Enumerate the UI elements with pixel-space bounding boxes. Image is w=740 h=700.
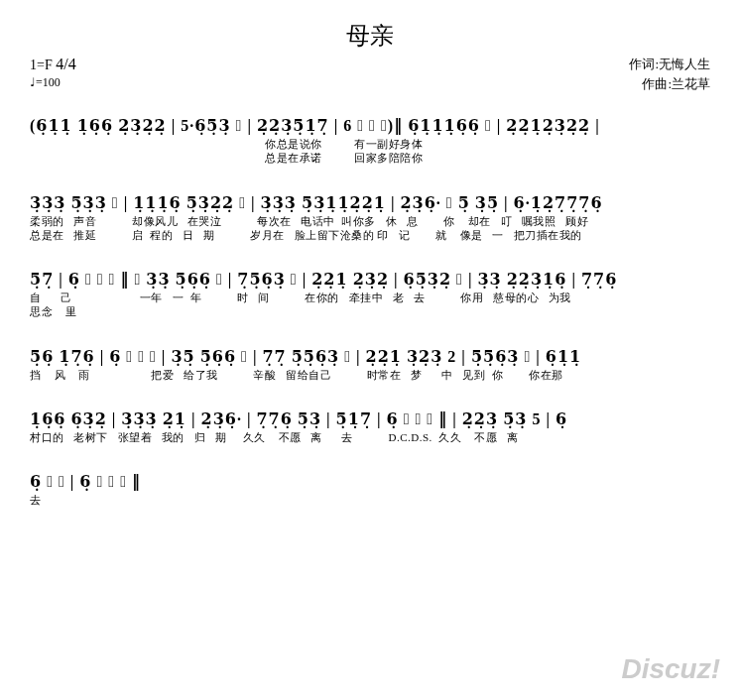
notation-row: 1̣6̣6̣ 6̣3̣2̣ | 3̣3̣3̣ 2̣1̣ | 2̣3̣6̣· | …: [30, 409, 710, 428]
song-title: 母亲: [30, 20, 710, 52]
lyrics-row-2: 总是在 推延 启 程的 日 期 岁月在 脸上留下沧桑的 印 记 就 像是 一 把…: [30, 228, 710, 242]
score-line: 5̣7̣ | 6̣ － － － ‖ 𝄋 3̣3̣ 5̣6̣6̣ － | 7̣5̣…: [30, 270, 710, 319]
lyrics-row: 你总是说你 有一副好身体: [30, 137, 710, 151]
lyrics-row: 去: [30, 493, 710, 507]
score-line: 5̣6̣ 1̣7̣6̣ | 6̣ － － － | 3̣5̣ 5̣6̣6̣ － |…: [30, 347, 710, 382]
notation-row: 3̣3̣3̣ 5̣3̣3̣ － | 1̣1̣1̣6̣ 5̣3̣2̣2̣ － | …: [30, 193, 710, 212]
score-line: 3̣3̣3̣ 5̣3̣3̣ － | 1̣1̣1̣6̣ 5̣3̣2̣2̣ － | …: [30, 193, 710, 243]
tempo: ♩=100: [30, 75, 76, 91]
watermark: Discuz!: [621, 653, 720, 685]
lyrics-row: 挡 风 雨 把爱 给了我 辛酸 留给自己 时常在 梦 中 见到 你 你在那: [30, 368, 710, 382]
lyrics-row-2: 思念 里: [30, 304, 710, 318]
score-line: 6̣ － － | 6̣ － － － ‖ 去: [30, 472, 710, 507]
lyricist: 作词:无悔人生: [629, 55, 710, 74]
lyrics-row: 村口的 老树下 张望着 我的 归 期 久久 不愿 离 去 D.C.D.S. 久久…: [30, 430, 710, 444]
score-line: 1̣6̣6̣ 6̣3̣2̣ | 3̣3̣3̣ 2̣1̣ | 2̣3̣6̣· | …: [30, 409, 710, 444]
key-signature: 1=F 4/4: [30, 55, 76, 75]
lyrics-row: 自 己 一年 一 年 时 间 在你的 牵挂中 老 去 你用 慈母的心 为我: [30, 291, 710, 304]
notation-row: 6̣ － － | 6̣ － － － ‖: [30, 472, 710, 491]
score-line: (6̣1̣1̣ 1̣6̣6̣ 2̣3̣2̣2̣ | 5·6̣5̣3̣ － | 2…: [30, 116, 710, 166]
notation-row: 5̣6̣ 1̣7̣6̣ | 6̣ － － － | 3̣5̣ 5̣6̣6̣ － |…: [30, 347, 710, 366]
lyrics-row-2: 总是在承诺 回家多陪陪你: [30, 151, 710, 165]
credits-block: 作词:无悔人生 作曲:兰花草: [629, 55, 710, 93]
notation-row: (6̣1̣1̣ 1̣6̣6̣ 2̣3̣2̣2̣ | 5·6̣5̣3̣ － | 2…: [30, 116, 710, 135]
meta-block: 1=F 4/4 ♩=100: [30, 55, 76, 90]
composer: 作曲:兰花草: [629, 74, 710, 94]
lyrics-row: 柔弱的 声音 却像风儿 在哭泣 每次在 电话中 叫你多 休 息 你 却在 叮 嘱…: [30, 214, 710, 228]
score-body: (6̣1̣1̣ 1̣6̣6̣ 2̣3̣2̣2̣ | 5·6̣5̣3̣ － | 2…: [30, 116, 710, 508]
notation-row: 5̣7̣ | 6̣ － － － ‖ 𝄋 3̣3̣ 5̣6̣6̣ － | 7̣5̣…: [30, 270, 710, 289]
